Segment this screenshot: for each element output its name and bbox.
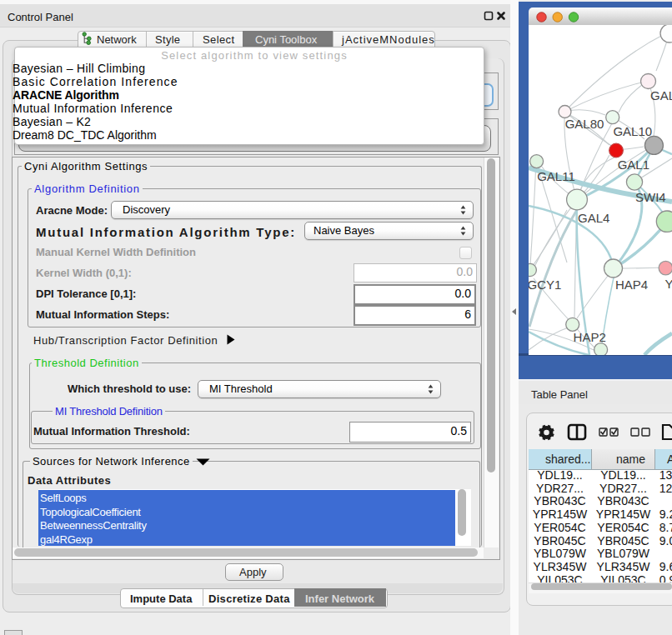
svg-text:HAP2: HAP2 bbox=[574, 330, 606, 344]
svg-text:GAL80: GAL80 bbox=[565, 117, 604, 131]
svg-text:Y: Y bbox=[665, 277, 672, 291]
svg-text:GAL11: GAL11 bbox=[537, 169, 575, 183]
svg-text:GAL7: GAL7 bbox=[650, 88, 672, 102]
svg-text:GAL10: GAL10 bbox=[613, 124, 652, 138]
svg-text:GAL1: GAL1 bbox=[618, 158, 649, 172]
svg-text:GAL4: GAL4 bbox=[578, 211, 609, 225]
svg-text:SWI4: SWI4 bbox=[635, 190, 666, 204]
svg-text:HAP4: HAP4 bbox=[615, 278, 648, 292]
svg-text:GCY1: GCY1 bbox=[529, 278, 561, 292]
